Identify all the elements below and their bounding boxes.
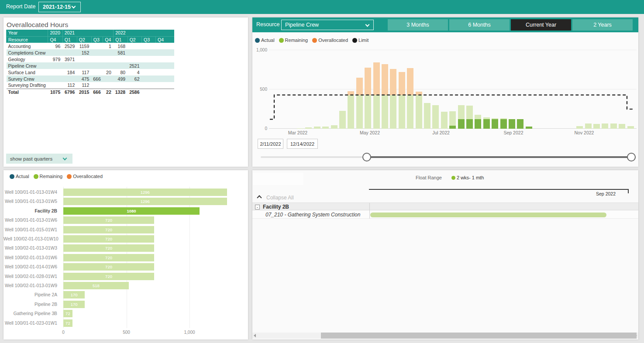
matrix-cell[interactable] — [103, 75, 114, 82]
bar[interactable]: 72 — [63, 310, 72, 317]
gantt-task-bar[interactable] — [370, 213, 606, 217]
bar[interactable]: 518 — [63, 282, 129, 289]
matrix-cell[interactable] — [114, 62, 127, 69]
matrix-cell[interactable]: 6796 — [62, 89, 77, 95]
matrix-cell[interactable] — [156, 69, 174, 75]
matrix-cell[interactable] — [127, 56, 141, 62]
matrix-cell[interactable]: 4 — [127, 69, 141, 75]
matrix-cell[interactable] — [91, 43, 103, 49]
matrix-cell[interactable] — [91, 62, 103, 69]
matrix-row[interactable]: Geology9793971 — [7, 56, 174, 62]
bar[interactable]: 720 — [63, 273, 154, 280]
matrix-cell[interactable] — [77, 56, 91, 62]
gantt-group-row[interactable]: - Facility 2B — [252, 202, 638, 210]
matrix-cell[interactable]: 2586 — [127, 89, 141, 95]
collapse-minus-icon[interactable]: - — [255, 205, 260, 209]
matrix-cell[interactable] — [48, 62, 62, 69]
matrix-cell[interactable] — [114, 82, 127, 89]
matrix-cell[interactable]: 152 — [77, 49, 91, 56]
matrix-cell[interactable]: 3971 — [62, 56, 77, 62]
matrix-cell[interactable] — [48, 49, 62, 56]
bar[interactable]: 720 — [63, 235, 154, 243]
date-slider-handle-start[interactable] — [362, 153, 371, 161]
matrix-cell[interactable]: 666 — [91, 75, 103, 82]
matrix-cell[interactable] — [142, 56, 156, 62]
date-slider-handle-end[interactable] — [627, 153, 636, 161]
matrix-cell[interactable] — [114, 56, 127, 62]
bar[interactable]: 1296 — [63, 189, 227, 196]
matrix-cell[interactable] — [62, 62, 77, 69]
matrix-row[interactable]: Surface Land18411720804 — [7, 69, 174, 75]
resource-dropdown[interactable]: Pipeline Crew — [281, 20, 374, 30]
matrix-cell[interactable] — [142, 75, 156, 82]
range-end-date-input[interactable]: 12/14/2022 — [287, 139, 318, 149]
range-button-current-year[interactable]: Current Year — [511, 19, 571, 31]
matrix-cell[interactable]: 1159 — [77, 43, 91, 49]
matrix-cell[interactable] — [91, 49, 103, 56]
matrix-cell[interactable]: 1 — [103, 43, 114, 49]
matrix-cell[interactable] — [103, 49, 114, 56]
matrix-cell[interactable] — [142, 62, 156, 69]
matrix-cell[interactable] — [103, 62, 114, 69]
matrix-cell[interactable] — [156, 62, 174, 69]
matrix-cell[interactable] — [48, 82, 62, 89]
range-button-6-months[interactable]: 6 Months — [449, 19, 510, 31]
matrix-cell[interactable]: 62 — [127, 75, 141, 82]
matrix-cell[interactable]: 581 — [114, 49, 127, 56]
matrix-row[interactable]: Total1075679620156662213282586 — [7, 89, 174, 95]
matrix-cell[interactable]: 168 — [114, 43, 127, 49]
bar[interactable]: 72 — [63, 319, 72, 327]
collapse-all-button[interactable]: Collapse All — [258, 195, 294, 201]
matrix-cell[interactable]: 2521 — [127, 62, 141, 69]
matrix-cell[interactable] — [127, 82, 141, 89]
matrix-cell[interactable]: 112 — [62, 82, 77, 89]
matrix-cell[interactable] — [127, 49, 141, 56]
matrix-cell[interactable]: 22 — [103, 89, 114, 95]
matrix-cell[interactable] — [142, 82, 156, 89]
matrix-cell[interactable] — [156, 89, 174, 95]
matrix-row[interactable]: Survey Crew47566649962 — [7, 75, 174, 82]
bar[interactable]: 1296 — [63, 198, 227, 205]
matrix-cell[interactable] — [142, 43, 156, 49]
show-past-quarters-dropdown[interactable]: show past quarters — [6, 154, 72, 164]
matrix-cell[interactable] — [91, 56, 103, 62]
bar-highlighted[interactable]: 1080 — [63, 207, 200, 215]
matrix-cell[interactable]: 96 — [48, 43, 62, 49]
matrix-cell[interactable]: 80 — [114, 69, 127, 75]
bar[interactable]: 720 — [63, 254, 154, 261]
bar[interactable]: 720 — [63, 244, 154, 252]
report-date-dropdown[interactable]: 2021-12-15 — [38, 2, 81, 12]
matrix-cell[interactable] — [77, 62, 91, 69]
matrix-cell[interactable] — [48, 75, 62, 82]
matrix-cell[interactable] — [156, 49, 174, 56]
matrix-cell[interactable] — [156, 43, 174, 49]
matrix-cell[interactable] — [142, 49, 156, 56]
matrix-row[interactable]: Surveying Drafting112112 — [7, 82, 174, 89]
horizontal-scrollbar[interactable] — [252, 333, 638, 339]
date-slider-track-inactive[interactable] — [261, 156, 367, 158]
matrix-cell[interactable]: 979 — [48, 56, 62, 62]
matrix-cell[interactable]: 184 — [62, 69, 77, 75]
matrix-cell[interactable] — [156, 56, 174, 62]
matrix-row[interactable]: Pipeline Crew2521 — [7, 62, 174, 69]
matrix-cell[interactable] — [91, 69, 103, 75]
matrix-cell[interactable]: 475 — [77, 75, 91, 82]
matrix-cell[interactable] — [62, 75, 77, 82]
matrix-cell[interactable]: 1328 — [114, 89, 127, 95]
matrix-cell[interactable] — [142, 69, 156, 75]
bar[interactable]: 170 — [63, 301, 85, 308]
matrix-cell[interactable] — [127, 43, 141, 49]
range-button-2-years[interactable]: 2 Years — [572, 19, 633, 31]
range-button-3-months[interactable]: 3 Months — [388, 19, 448, 31]
matrix-cell[interactable]: 117 — [77, 69, 91, 75]
matrix-cell[interactable] — [156, 75, 174, 82]
matrix-cell[interactable]: 2015 — [77, 89, 91, 95]
bar[interactable]: 720 — [63, 263, 154, 271]
scrollbar-thumb[interactable] — [321, 333, 637, 339]
matrix-cell[interactable] — [142, 89, 156, 95]
matrix-cell[interactable]: 499 — [114, 75, 127, 82]
matrix-cell[interactable]: 666 — [91, 89, 103, 95]
bar[interactable]: 170 — [63, 291, 85, 298]
matrix-cell[interactable] — [48, 69, 62, 75]
matrix-cell[interactable] — [156, 82, 174, 89]
